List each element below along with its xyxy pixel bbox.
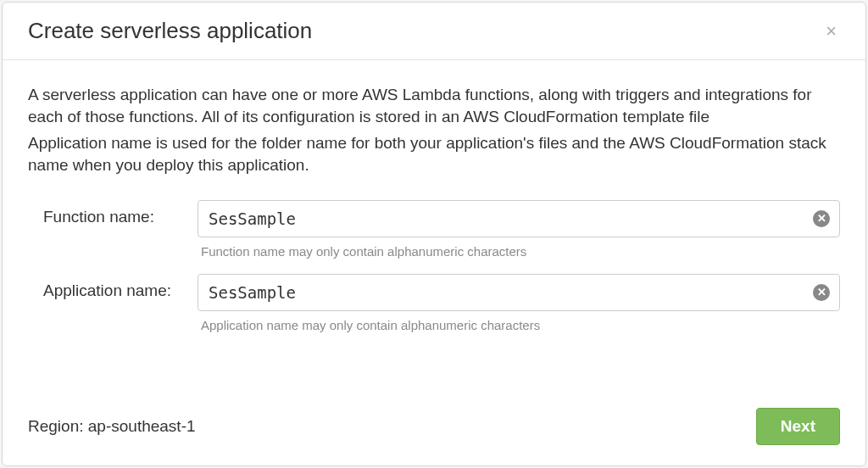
- function-name-hint: Function name may only contain alphanume…: [198, 244, 840, 259]
- region-value: ap-southeast-1: [88, 417, 196, 435]
- description-text-1: A serverless application can have one or…: [28, 84, 840, 127]
- function-name-row: Function name: ✕ Function name may only …: [28, 200, 840, 259]
- application-name-row: Application name: ✕ Application name may…: [28, 274, 840, 332]
- description-text-2: Application name is used for the folder …: [28, 132, 840, 176]
- application-name-input-wrap: ✕: [198, 274, 840, 311]
- region-label: Region: ap-southeast-1: [28, 417, 196, 436]
- modal-header: Create serverless application ×: [3, 3, 865, 60]
- function-name-label: Function name:: [28, 200, 198, 226]
- application-name-label: Application name:: [28, 274, 198, 300]
- function-name-field-wrap: ✕ Function name may only contain alphanu…: [198, 200, 840, 259]
- next-button[interactable]: Next: [756, 408, 840, 445]
- application-name-field-wrap: ✕ Application name may only contain alph…: [198, 274, 840, 332]
- application-name-hint: Application name may only contain alphan…: [198, 318, 840, 332]
- function-name-input[interactable]: [198, 200, 840, 237]
- modal-title: Create serverless application: [28, 18, 312, 44]
- function-name-input-wrap: ✕: [198, 200, 840, 237]
- close-icon[interactable]: ×: [822, 20, 840, 42]
- application-name-input[interactable]: [198, 274, 840, 311]
- modal-body: A serverless application can have one or…: [3, 60, 865, 398]
- modal-footer: Region: ap-southeast-1 Next: [3, 398, 865, 465]
- clear-application-name-icon[interactable]: ✕: [813, 284, 830, 301]
- clear-function-name-icon[interactable]: ✕: [813, 210, 830, 227]
- region-prefix: Region:: [28, 417, 88, 435]
- create-serverless-modal: Create serverless application × A server…: [2, 2, 866, 466]
